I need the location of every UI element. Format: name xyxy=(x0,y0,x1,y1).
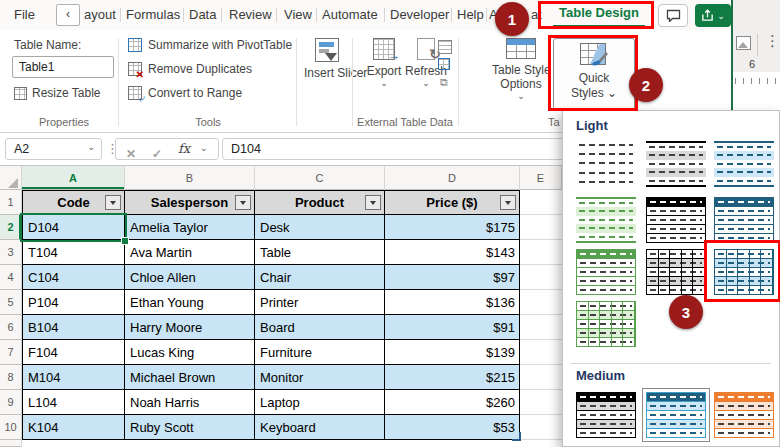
cell-A1[interactable]: Code xyxy=(22,190,125,215)
cell-D1[interactable]: Price ($) xyxy=(385,190,520,215)
cell-C7[interactable]: Furniture xyxy=(255,340,385,365)
cell-E6[interactable] xyxy=(520,315,562,340)
cell-D3[interactable]: $143 xyxy=(385,240,520,265)
cell-C4[interactable]: Chair xyxy=(255,265,385,290)
cell-A9[interactable]: L104 xyxy=(22,390,125,415)
menu-tab-file[interactable]: File xyxy=(14,7,35,22)
row-header-6[interactable]: 6 xyxy=(0,315,22,340)
cell-E7[interactable] xyxy=(520,340,562,365)
cell-B10[interactable]: Ruby Scott xyxy=(125,415,255,440)
row-header-11[interactable] xyxy=(0,440,22,447)
cell-E4[interactable] xyxy=(520,265,562,290)
cell-A5[interactable]: P104 xyxy=(22,290,125,315)
cell-C10[interactable]: Keyboard xyxy=(255,415,385,440)
resize-table-button[interactable]: Resize Table xyxy=(14,86,100,100)
cell-B1[interactable]: Salesperson xyxy=(125,190,255,215)
column-header-A[interactable]: A xyxy=(22,166,125,190)
filter-button-B[interactable] xyxy=(235,195,251,210)
menu-tab-formulas[interactable]: Formulas xyxy=(126,7,180,22)
comments-button[interactable] xyxy=(658,4,688,27)
table-style-green-lines[interactable] xyxy=(576,197,636,243)
cell-D10[interactable]: $53 xyxy=(385,415,520,440)
cell-D8[interactable]: $215 xyxy=(385,365,520,390)
remove-duplicates-button[interactable]: ✕ Remove Duplicates xyxy=(128,62,252,76)
share-button[interactable]: ⌄ xyxy=(695,4,731,27)
cell-E2[interactable] xyxy=(520,215,562,240)
cell-C9[interactable]: Laptop xyxy=(255,390,385,415)
table-style-options-button[interactable]: Table StyleOptions ⌄ xyxy=(492,38,550,101)
menu-tab-developer[interactable]: Developer xyxy=(390,7,449,22)
insert-slicer-button[interactable]: Insert Slicer xyxy=(304,38,350,80)
cell-A3[interactable]: T104 xyxy=(22,240,125,265)
table-style-orange-medium[interactable] xyxy=(714,392,774,438)
row-header-10[interactable]: 10 xyxy=(0,415,22,440)
row-header-2[interactable]: 2 xyxy=(0,215,22,240)
unlink-icon[interactable]: ⧉ xyxy=(438,76,450,88)
table-style-blue-banded[interactable] xyxy=(714,141,774,187)
cell-B8[interactable]: Michael Brown xyxy=(125,365,255,390)
column-header-C[interactable]: C xyxy=(255,166,385,190)
enter-icon[interactable]: ✓ xyxy=(152,147,162,161)
cell-E5[interactable] xyxy=(520,290,562,315)
menu-tab-[interactable]: ‹ xyxy=(56,4,80,26)
menu-tab-view[interactable]: View xyxy=(284,7,312,22)
more-options-icon[interactable]: ⋮ xyxy=(765,32,780,50)
table-style-green-grid[interactable] xyxy=(576,301,636,347)
menu-tab-review[interactable]: Review xyxy=(229,7,272,22)
row-header-8[interactable]: 8 xyxy=(0,365,22,390)
cell-D5[interactable]: $136 xyxy=(385,290,520,315)
cell-D4[interactable]: $97 xyxy=(385,265,520,290)
data-range-properties-icon[interactable] xyxy=(438,40,452,54)
menu-tab-ayout[interactable]: ayout xyxy=(84,7,116,22)
row-header-7[interactable]: 7 xyxy=(0,340,22,365)
cell-B6[interactable]: Harry Moore xyxy=(125,315,255,340)
menu-tab-automate[interactable]: Automate xyxy=(322,7,378,22)
cell-E9[interactable] xyxy=(520,390,562,415)
cell-E10[interactable] xyxy=(520,415,562,440)
cell-C3[interactable]: Table xyxy=(255,240,385,265)
filter-button-A[interactable] xyxy=(105,195,121,210)
table-style-plain[interactable] xyxy=(576,141,636,187)
table-style-blue-medium[interactable] xyxy=(646,392,706,438)
row-header-1[interactable]: 1 xyxy=(0,190,22,215)
cell-B7[interactable]: Lucas King xyxy=(125,340,255,365)
open-in-browser-icon[interactable] xyxy=(438,58,450,70)
row-header-5[interactable]: 5 xyxy=(0,290,22,315)
cell-A6[interactable]: B104 xyxy=(22,315,125,340)
select-all-corner[interactable] xyxy=(8,178,18,188)
column-header-B[interactable]: B xyxy=(125,166,255,190)
cell-A10[interactable]: K104 xyxy=(22,415,125,440)
convert-to-range-button[interactable]: ⤶ Convert to Range xyxy=(128,86,242,100)
cell-C1[interactable]: Product xyxy=(255,190,385,215)
cell-E8[interactable] xyxy=(520,365,562,390)
chevron-down-icon[interactable]: ⌄ xyxy=(200,143,208,153)
row-header-3[interactable]: 3 xyxy=(0,240,22,265)
cell-C5[interactable]: Printer xyxy=(255,290,385,315)
cell-A8[interactable]: M104 xyxy=(22,365,125,390)
table-style-green-header[interactable] xyxy=(576,249,636,295)
table-style-black-header[interactable] xyxy=(646,197,706,243)
cancel-icon[interactable]: ✕ xyxy=(126,147,136,161)
table-style-black-medium[interactable] xyxy=(576,392,636,438)
filter-button-C[interactable] xyxy=(365,195,381,210)
cell-D9[interactable]: $260 xyxy=(385,390,520,415)
cell-D2[interactable]: $175 xyxy=(385,215,520,240)
table-style-gray-banded[interactable] xyxy=(646,141,706,187)
cell-B9[interactable]: Noah Harris xyxy=(125,390,255,415)
fill-handle[interactable] xyxy=(121,237,129,245)
table-name-input[interactable]: Table1 xyxy=(12,56,114,78)
cell-D7[interactable]: $139 xyxy=(385,340,520,365)
row-header-9[interactable]: 9 xyxy=(0,390,22,415)
cell-E1[interactable] xyxy=(520,190,562,215)
table-style-blue-header[interactable] xyxy=(714,197,774,243)
table-resize-handle[interactable] xyxy=(512,432,521,441)
insert-function-button[interactable]: fx xyxy=(178,141,190,156)
row-header-4[interactable]: 4 xyxy=(0,265,22,290)
menu-tab-data[interactable]: Data xyxy=(189,7,216,22)
name-box[interactable]: A2 ⌄ xyxy=(5,138,102,160)
cell-C8[interactable]: Monitor xyxy=(255,365,385,390)
cell-C6[interactable]: Board xyxy=(255,315,385,340)
cell-E3[interactable] xyxy=(520,240,562,265)
cell-B5[interactable]: Ethan Young xyxy=(125,290,255,315)
filter-button-D[interactable] xyxy=(500,195,516,210)
